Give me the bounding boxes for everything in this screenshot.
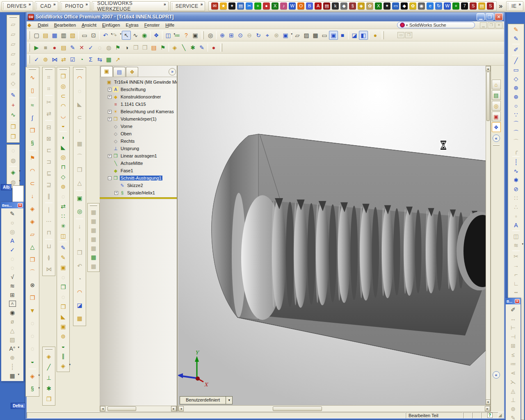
lofted-boss-icon[interactable]: ◠ — [58, 101, 68, 111]
sketch-icon[interactable]: ✎ — [511, 25, 521, 34]
dropdown-arrow-icon[interactable]: ▾ — [18, 370, 19, 379]
scroll-left-arrow[interactable]: ◂ — [178, 406, 184, 411]
tray-app-icon-33[interactable]: S — [487, 2, 494, 9]
pan-icon[interactable]: ⌖ — [263, 31, 272, 40]
rebuild-icon[interactable]: ◉ — [140, 31, 149, 40]
extruded-boss-icon[interactable]: ❒ — [58, 71, 68, 81]
solidworks-resources-tab[interactable]: ⌂ — [492, 80, 501, 89]
split-entities-icon[interactable]: ✂ — [44, 96, 54, 108]
surface-bend-icon[interactable]: ⌒ — [27, 266, 37, 279]
thicken-icon[interactable]: ▼ — [27, 304, 37, 317]
tray-app-icon-27[interactable]: ↻ — [435, 2, 442, 9]
datum-dimension-icon[interactable]: ⊥ — [509, 395, 518, 404]
base-box-icon[interactable]: ❒ — [58, 302, 68, 312]
polygon-icon[interactable]: ◇ — [511, 74, 521, 83]
scroll-thumb[interactable] — [273, 406, 322, 411]
delete-hole-icon[interactable]: ⊗ — [27, 279, 37, 292]
sketched-bend-icon[interactable]: ▦ — [75, 137, 84, 150]
grip-handle[interactable] — [508, 3, 509, 9]
sketch-scatter-icon[interactable]: ∴ — [511, 203, 521, 212]
untrim-surface-icon[interactable]: ◌ — [27, 330, 37, 342]
rollback-bar[interactable] — [100, 197, 177, 199]
tree-item-beschriftung[interactable]: +ABeschriftung — [100, 86, 177, 93]
rib-icon[interactable]: ⊓ — [58, 162, 68, 172]
propertymanager-tab[interactable]: ▤ — [113, 67, 126, 77]
launch-group-service[interactable]: SERVICE» — [170, 1, 205, 11]
tree-item-spirale-helix1[interactable]: +§Spirale/Helix1 — [100, 189, 177, 196]
datum-feature-icon[interactable]: A — [9, 301, 16, 307]
file-properties-icon[interactable]: ≔ — [173, 31, 182, 40]
bottom-view-icon[interactable]: ▱ — [8, 68, 18, 78]
align-right-icon[interactable]: ⊠ — [44, 133, 54, 144]
tray-app-icon-26[interactable]: e — [427, 2, 434, 9]
chevron-icon[interactable]: » — [86, 2, 88, 7]
scroll-thumb[interactable] — [486, 72, 490, 121]
dropdown-arrow-icon[interactable]: ▾ — [69, 360, 71, 370]
check-entity-icon[interactable]: ☑ — [68, 55, 77, 64]
linear-pattern-icon[interactable]: ∷ — [58, 211, 68, 221]
tray-app-icon-32[interactable]: ▤ — [478, 2, 485, 9]
trim-surface-icon[interactable]: ❒ — [27, 124, 37, 137]
chamfer-icon[interactable]: ◣ — [58, 142, 68, 152]
toolbar-grip[interactable] — [28, 55, 30, 64]
dimension-icon[interactable]: + — [8, 100, 18, 110]
toolbar-grip[interactable] — [202, 31, 204, 39]
revolved-cut-sm-icon[interactable]: ◎ — [75, 205, 84, 218]
path-length-dimension-icon[interactable]: ⋋ — [509, 377, 518, 386]
geometric-tolerance-icon[interactable]: ⊞ — [8, 290, 17, 299]
split-columns-icon[interactable]: ∥ — [58, 351, 68, 361]
search-box[interactable]: ▾ SolidWorks Suche — [397, 22, 475, 28]
help-icon[interactable]: ? — [182, 31, 191, 40]
tree-item-schnitt-austragung1[interactable]: −❒Schnitt-Austragung1 — [100, 174, 177, 182]
drag-handle[interactable] — [59, 68, 67, 70]
expand-icon[interactable]: + — [108, 117, 112, 121]
rotate-view-icon[interactable]: ↻ — [254, 31, 263, 40]
graphics-viewport[interactable]: Y Z X Benutzerdefiniert ▾ ▴ ▾ ◂ ▸ — [178, 66, 491, 412]
chevron-icon[interactable]: » — [29, 2, 31, 7]
realview-graphics-icon[interactable]: ● — [371, 31, 380, 40]
tray-app-icon-10[interactable]: W — [289, 2, 296, 9]
viewport-horizontal-scrollbar[interactable]: ◂ ▸ — [178, 405, 491, 412]
line-icon[interactable]: ╱ — [511, 56, 521, 65]
unfold-icon[interactable]: ◈ — [27, 215, 37, 228]
make-assembly-from-part-icon[interactable]: ▧ — [68, 31, 77, 40]
3-point-arc-icon[interactable]: ⌒ — [511, 128, 521, 137]
swept-boss-icon[interactable]: ⊂ — [58, 91, 68, 101]
ie-group[interactable]: IE » — [506, 1, 523, 11]
draft-icon[interactable]: ◇ — [58, 172, 68, 182]
scroll-down-arrow[interactable]: ▾ — [486, 399, 491, 405]
tables-icon[interactable]: ▦▾ — [8, 371, 17, 380]
ungroup-icon[interactable]: ⊓ — [44, 227, 54, 238]
flat-pattern-icon[interactable]: ▦ — [75, 312, 84, 325]
cosmosxpress-icon[interactable]: ◑ — [122, 43, 131, 52]
scroll-right-arrow[interactable]: ▸ — [171, 406, 176, 411]
tree-item-vorne[interactable]: ◇Vorne — [100, 123, 177, 130]
derived-sketch-icon[interactable]: ❒ — [58, 282, 68, 292]
configurationmanager-tab[interactable]: ❖ — [126, 67, 138, 77]
magnifier-1-icon[interactable]: ◌ — [8, 254, 17, 263]
tray-app-icon-24[interactable]: ✿ — [409, 2, 416, 9]
horizontal-ordinate-icon[interactable]: ≤ — [509, 350, 518, 359]
menu-einfugen[interactable]: Einfügen — [99, 22, 123, 28]
balloon-icon[interactable]: ○ — [8, 218, 17, 227]
section-properties-icon[interactable]: ⇄ — [59, 55, 68, 64]
hole-callout-icon[interactable]: ⊚ — [509, 404, 518, 413]
spell-check-icon[interactable]: ✓ — [8, 245, 17, 254]
launch-group-solidworks-werkzeuge[interactable]: SOLIDWORKS WERKZEUGE» — [92, 1, 168, 11]
front-view-icon[interactable]: ▱ — [8, 19, 18, 29]
align-bottom-icon[interactable]: ⊐ — [44, 156, 54, 167]
restore-button[interactable]: ❐ — [486, 13, 494, 21]
rectangle-icon[interactable]: ▭ — [511, 65, 521, 74]
tree-item-oben[interactable]: ◇Oben — [100, 130, 177, 137]
coordinate-system-icon[interactable]: ⊥ — [44, 372, 54, 383]
design-library-tab[interactable]: ▤ — [492, 90, 501, 100]
offset-entities-icon[interactable]: ❒ — [8, 132, 18, 142]
face-feature-icon[interactable]: ▣ — [58, 322, 68, 331]
3d-drawing-view-icon[interactable]: ⊛ — [272, 31, 281, 40]
construction-geometry-icon[interactable]: ╍ — [511, 288, 521, 297]
tray-app-icon-18[interactable]: ◈ — [358, 2, 365, 9]
tree-item-skizze2[interactable]: ✎Skizze2 — [100, 182, 177, 189]
draft-quality-icon[interactable]: ▩ — [311, 31, 320, 40]
orientation-tab-label[interactable]: Benutzerdefiniert — [180, 396, 226, 404]
edge-flange-2-icon[interactable]: ◪ — [75, 299, 84, 312]
